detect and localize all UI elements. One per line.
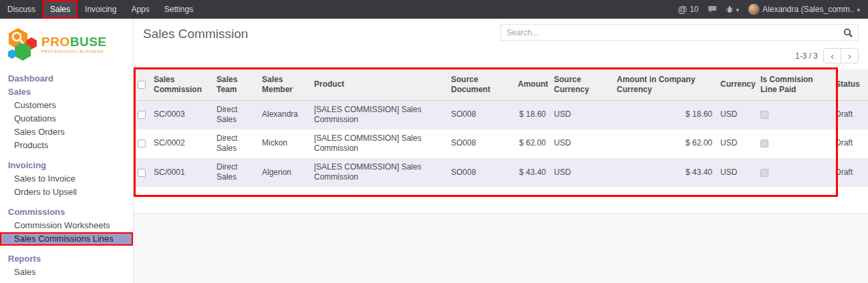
cell-is-paid[interactable]	[756, 158, 831, 187]
row-select-checkbox[interactable]	[138, 111, 146, 119]
select-all-header[interactable]	[134, 69, 150, 100]
cell-source-currency[interactable]: USD	[550, 129, 613, 158]
select-all-checkbox[interactable]	[138, 81, 146, 89]
cell-amount[interactable]: $ 43.40	[514, 158, 550, 187]
col-status[interactable]: Status	[831, 69, 868, 100]
row-select-checkbox[interactable]	[138, 169, 146, 177]
col-sales-member[interactable]: Sales Member	[258, 69, 310, 100]
cell-source-currency[interactable]: USD	[550, 158, 613, 187]
menu-discuss[interactable]: Discuss	[0, 0, 43, 19]
pager-next-button[interactable]	[841, 48, 859, 63]
sidebar-item-products[interactable]: Products	[0, 139, 133, 152]
cell-source-document[interactable]: SO008	[447, 129, 514, 158]
commission-lines-table: Sales Commission Sales Team Sales Member…	[134, 69, 868, 187]
col-currency[interactable]: Currency	[716, 69, 756, 100]
cell-product[interactable]: [SALES COMMISSION] Sales Commission	[310, 158, 447, 187]
col-amount-company-currency[interactable]: Amount in Company Currency	[613, 69, 716, 100]
cell-sales-member[interactable]: Algenon	[258, 158, 310, 187]
user-menu[interactable]: Alexandra (Sales_comm..	[748, 3, 860, 15]
cell-status[interactable]: Draft	[831, 129, 868, 158]
cell-sales-member[interactable]: Mickon	[258, 129, 310, 158]
mention-counter[interactable]: 10	[678, 4, 699, 15]
sidebar-section-invoicing[interactable]: Invoicing	[0, 159, 133, 172]
is-paid-checkbox	[760, 111, 768, 119]
pager: 1-3 / 3	[795, 48, 859, 63]
cell-source-document[interactable]: SO008	[447, 158, 514, 187]
cell-sales-team[interactable]: Direct Sales	[212, 158, 258, 187]
cell-source-document[interactable]: SO008	[447, 100, 514, 129]
table-row[interactable]: SC/0001 Direct Sales Algenon [SALES COMM…	[134, 158, 868, 187]
mention-count: 10	[690, 5, 698, 14]
sidebar-item-quotations[interactable]: Quotations	[0, 112, 133, 125]
main-content: Sales Commission 1-3 / 3	[134, 19, 868, 283]
sidebar-item-customers[interactable]: Customers	[0, 99, 133, 112]
is-paid-checkbox	[760, 139, 768, 148]
cell-sales-team[interactable]: Direct Sales	[212, 100, 258, 129]
col-sales-team[interactable]: Sales Team	[212, 69, 258, 100]
cell-amount[interactable]: $ 18.60	[514, 100, 550, 129]
cell-amount[interactable]: $ 62.00	[514, 129, 550, 158]
cell-is-paid[interactable]	[756, 129, 831, 158]
sidebar-item-sales-to-invoice[interactable]: Sales to Invoice	[0, 172, 133, 186]
logo-hexagons-icon	[7, 27, 37, 61]
cell-product[interactable]: [SALES COMMISSION] Sales Commission	[310, 129, 447, 158]
menu-invoicing[interactable]: Invoicing	[78, 0, 124, 19]
col-source-document[interactable]: Source Document	[447, 69, 514, 100]
col-is-commission-line-paid[interactable]: Is Commision Line Paid	[756, 69, 831, 100]
search-button[interactable]	[838, 28, 858, 37]
chevron-down-icon	[736, 5, 740, 14]
cell-status[interactable]: Draft	[831, 158, 868, 187]
cell-amount-company-currency[interactable]: $ 62.00	[613, 129, 716, 158]
cell-currency[interactable]: USD	[716, 100, 756, 129]
brand-prefix: PRO	[41, 35, 70, 49]
chevron-down-icon	[857, 5, 860, 14]
search-box	[500, 24, 859, 41]
cell-select	[134, 129, 150, 158]
debug-menu[interactable]	[726, 5, 740, 14]
cell-currency[interactable]: USD	[716, 158, 756, 187]
page-background	[134, 214, 868, 283]
sidebar-item-orders-to-upsell[interactable]: Orders to Upsell	[0, 186, 133, 199]
brand-suffix: BUSE	[70, 35, 107, 49]
cell-sales-commission[interactable]: SC/0003	[150, 100, 212, 129]
sidebar-section-sales[interactable]: Sales	[0, 85, 133, 99]
menu-apps[interactable]: Apps	[124, 0, 156, 19]
cell-source-currency[interactable]: USD	[550, 100, 613, 129]
sidebar-item-commission-worksheets[interactable]: Commission Worksheets	[0, 219, 133, 232]
sidebar-section-commissions[interactable]: Commissions	[0, 206, 133, 219]
col-product[interactable]: Product	[310, 69, 447, 100]
table-row[interactable]: SC/0003 Direct Sales Alexandra [SALES CO…	[134, 100, 868, 129]
sidebar-nav: Dashboard Sales Customers Quotations Sal…	[0, 72, 133, 279]
cell-currency[interactable]: USD	[716, 129, 756, 158]
col-sales-commission[interactable]: Sales Commission	[150, 69, 212, 100]
cell-sales-member[interactable]: Alexandra	[258, 100, 310, 129]
col-amount[interactable]: Amount	[514, 69, 550, 100]
cell-amount-company-currency[interactable]: $ 43.40	[613, 158, 716, 187]
page-title: Sales Commission	[143, 27, 248, 41]
cell-sales-commission[interactable]: SC/0001	[150, 158, 212, 187]
search-icon	[843, 28, 853, 37]
sidebar: PROBUSE PROFESSIONAL BUSINESS Dashboard …	[0, 19, 134, 283]
systray: 10 Alexandra (Sales_comm..	[678, 0, 868, 19]
cell-sales-team[interactable]: Direct Sales	[212, 129, 258, 158]
menu-sales[interactable]: Sales	[43, 0, 78, 19]
sidebar-section-dashboard[interactable]: Dashboard	[0, 72, 133, 85]
sidebar-item-sales-commissions-lines[interactable]: Sales Commissions Lines	[0, 232, 133, 246]
pager-previous-button[interactable]	[823, 48, 841, 63]
cell-is-paid[interactable]	[756, 100, 831, 129]
sidebar-item-sales-orders[interactable]: Sales Orders	[0, 125, 133, 139]
search-input[interactable]	[501, 28, 838, 37]
menu-settings[interactable]: Settings	[157, 0, 200, 19]
cell-status[interactable]: Draft	[831, 100, 868, 129]
cell-product[interactable]: [SALES COMMISSION] Sales Commission	[310, 100, 447, 129]
sidebar-section-reports[interactable]: Reports	[0, 252, 133, 266]
table-row[interactable]: SC/0002 Direct Sales Mickon [SALES COMMI…	[134, 129, 868, 158]
col-source-currency[interactable]: Source Currency	[550, 69, 613, 100]
messages-button[interactable]	[708, 5, 717, 13]
sidebar-item-reports-sales[interactable]: Sales	[0, 266, 133, 279]
avatar	[748, 3, 760, 15]
cell-amount-company-currency[interactable]: $ 18.60	[613, 100, 716, 129]
cell-sales-commission[interactable]: SC/0002	[150, 129, 212, 158]
topbar: Discuss Sales Invoicing Apps Settings 10…	[0, 0, 868, 19]
row-select-checkbox[interactable]	[138, 139, 146, 148]
